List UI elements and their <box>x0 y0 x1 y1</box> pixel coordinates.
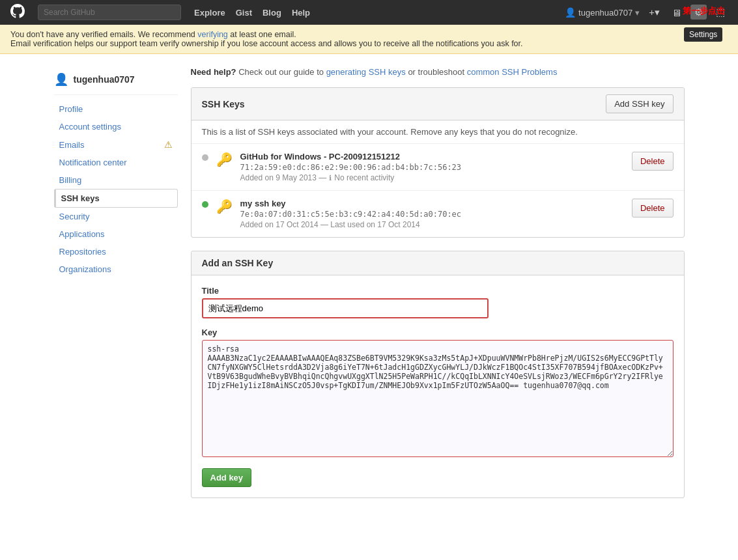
nav-right-section: 👤 tugenhua0707 ▾ +▾ 🖥 ⚙ Settings ⬚ <box>565 5 728 20</box>
sidebar-avatar-icon: 👤 <box>54 72 68 87</box>
user-avatar-icon: 👤 <box>565 7 576 18</box>
sidebar-item-emails[interactable]: Emails ⚠ <box>54 135 178 154</box>
key-title: my ssh key <box>240 199 624 208</box>
explore-link[interactable]: Explore <box>194 8 225 18</box>
warning-banner: You don't have any verified emails. We r… <box>0 25 738 54</box>
help-text3: or troubleshoot <box>408 67 466 77</box>
sidebar-user: 👤 tugenhua0707 <box>54 67 178 95</box>
blog-link[interactable]: Blog <box>263 8 281 18</box>
main-content: Need help? Check out our guide to genera… <box>191 67 685 498</box>
help-text2: Check out our guide to <box>238 67 326 77</box>
add-ssh-section: Add an SSH Key Title Key <box>191 251 685 498</box>
settings-container: ⚙ Settings <box>690 7 707 18</box>
sidebar-item-billing[interactable]: Billing <box>54 171 178 189</box>
sidebar: 👤 tugenhua0707 Profile Account settings … <box>54 67 178 498</box>
info-icon: ℹ <box>329 174 332 182</box>
plus-icon[interactable]: +▾ <box>646 5 662 20</box>
key-meta-text: Added on 9 May 2013 — <box>240 173 327 182</box>
top-navbar: Explore Gist Blog Help 👤 tugenhua0707 ▾ … <box>0 0 738 25</box>
gist-link[interactable]: Gist <box>236 8 252 18</box>
key-icon: 🔑 <box>216 152 233 167</box>
nav-username: tugenhua0707 <box>578 8 632 18</box>
github-logo[interactable] <box>10 4 25 21</box>
user-info: 👤 tugenhua0707 ▾ <box>565 7 640 18</box>
sidebar-item-security[interactable]: Security <box>54 208 178 225</box>
title-label: Title <box>202 286 674 296</box>
sidebar-item-account-settings[interactable]: Account settings <box>54 118 178 135</box>
key-status-inactive-dot <box>202 154 208 161</box>
warning-text1: You don't have any verified emails. We r… <box>10 30 197 39</box>
warning-subtext: Email verification helps our support tea… <box>10 39 523 48</box>
ssh-keys-description: This is a list of SSH keys associated wi… <box>192 120 684 144</box>
table-row: 🔑 GitHub for Windows - PC-200912151212 7… <box>192 144 684 191</box>
sidebar-item-notification-center[interactable]: Notification center <box>54 154 178 171</box>
add-key-button[interactable]: Add key <box>202 468 252 487</box>
sidebar-username: tugenhua0707 <box>74 74 135 85</box>
search-input[interactable] <box>38 5 181 20</box>
ssh-keys-title: SSH Keys <box>202 99 245 109</box>
key-details: my ssh key 7e:0a:07:d0:31:c5:5e:b3:c9:42… <box>240 199 624 229</box>
warning-text2: at least one email. <box>230 30 296 39</box>
signout-icon[interactable]: ⬚ <box>713 5 728 20</box>
help-text: Need help? Check out our guide to genera… <box>191 67 685 77</box>
page-layout: 👤 tugenhua0707 Profile Account settings … <box>44 67 695 498</box>
sidebar-item-profile[interactable]: Profile <box>54 100 178 118</box>
ssh-key-textarea[interactable] <box>202 340 674 457</box>
sidebar-item-ssh-keys[interactable]: SSH keys <box>54 189 178 208</box>
ssh-keys-box: SSH Keys Add SSH key This is a list of S… <box>191 87 685 238</box>
delete-key-2-button[interactable]: Delete <box>632 199 674 217</box>
sidebar-item-applications[interactable]: Applications <box>54 225 178 243</box>
key-icon: 🔑 <box>216 199 233 214</box>
add-ssh-body: Title Key Add key <box>192 275 684 497</box>
key-meta-text: Added on 17 Oct 2014 — Last used on 17 O… <box>240 220 420 229</box>
emails-warning-badge: ⚠ <box>164 139 173 150</box>
key-details: GitHub for Windows - PC-200912151212 71:… <box>240 152 624 182</box>
common-ssh-problems-link[interactable]: common SSH Problems <box>467 67 558 77</box>
generating-ssh-keys-link[interactable]: generating SSH keys <box>326 67 406 77</box>
nav-links: Explore Gist Blog Help <box>194 8 310 18</box>
key-meta: Added on 9 May 2013 — ℹ No recent activi… <box>240 173 624 182</box>
settings-tooltip-box: Settings <box>684 27 722 42</box>
key-title: GitHub for Windows - PC-200912151212 <box>240 152 624 161</box>
emails-label: Emails <box>59 140 85 150</box>
dropdown-icon: ▾ <box>635 8 640 18</box>
add-ssh-key-button[interactable]: Add SSH key <box>606 94 673 113</box>
ssh-keys-header: SSH Keys Add SSH key <box>192 88 684 120</box>
key-label: Key <box>202 328 674 337</box>
settings-icon[interactable]: ⚙ <box>690 5 707 20</box>
key-fingerprint: 71:2a:59:e0:dc:86:e2:9e:00:96:ad:b4:bb:7… <box>240 163 624 172</box>
need-help-label: Need help? <box>191 67 236 77</box>
sidebar-nav: Profile Account settings Emails ⚠ Notifi… <box>54 100 178 278</box>
add-ssh-header: Add an SSH Key <box>192 251 684 275</box>
sidebar-item-repositories[interactable]: Repositories <box>54 243 178 260</box>
help-link[interactable]: Help <box>292 8 310 18</box>
title-form-group: Title <box>202 286 674 318</box>
key-form-group: Key <box>202 328 674 459</box>
table-row: 🔑 my ssh key 7e:0a:07:d0:31:c5:5e:b3:c9:… <box>192 191 684 237</box>
verify-link[interactable]: verifying <box>197 30 228 39</box>
key-meta: Added on 17 Oct 2014 — Last used on 17 O… <box>240 220 624 229</box>
emails-badge-row: Emails ⚠ <box>59 139 173 150</box>
key-fingerprint: 7e:0a:07:d0:31:c5:5e:b3:c9:42:a4:40:5d:a… <box>240 210 624 219</box>
sidebar-item-organizations[interactable]: Organizations <box>54 260 178 278</box>
delete-key-1-button[interactable]: Delete <box>632 152 674 171</box>
ssh-title-input[interactable] <box>205 301 486 316</box>
key-status-active-dot <box>202 201 208 208</box>
monitor-icon[interactable]: 🖥 <box>669 6 684 20</box>
key-activity: No recent activity <box>334 173 394 182</box>
